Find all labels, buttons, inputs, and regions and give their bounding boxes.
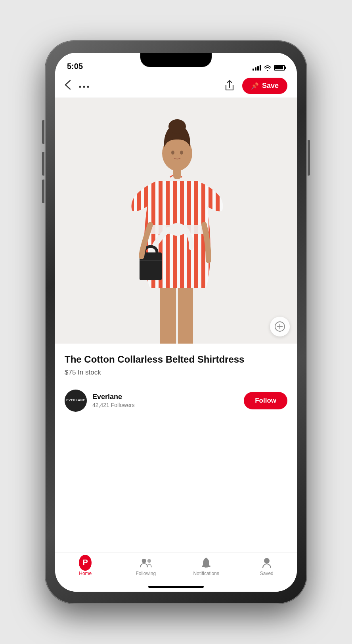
product-price: $75 In stock (65, 369, 287, 376)
notch (140, 53, 212, 67)
status-time: 5:05 (67, 62, 83, 71)
tab-following[interactable]: Following (116, 556, 176, 576)
more-options-button[interactable] (79, 80, 89, 91)
visual-search-button[interactable] (270, 317, 290, 336)
svg-rect-22 (202, 566, 210, 567)
brand-row: EVERLANE Everlane 42,421 Followers Follo… (55, 383, 297, 418)
svg-point-2 (87, 86, 89, 88)
phone-outer: 5:05 (0, 0, 352, 644)
svg-point-1 (83, 86, 85, 88)
phone-frame: 5:05 (45, 41, 307, 604)
notifications-icon (200, 556, 212, 569)
pin-icon: 📌 (251, 82, 259, 90)
home-icon: P (79, 556, 92, 569)
product-image (109, 102, 243, 344)
share-button[interactable] (222, 78, 237, 93)
brand-followers: 42,421 Followers (92, 402, 244, 408)
product-image-container (55, 98, 297, 344)
product-info: The Cotton Collarless Belted Shirtdress … (55, 344, 297, 383)
signal-bars-icon (253, 65, 261, 71)
svg-point-20 (142, 558, 146, 563)
tab-saved-label: Saved (260, 571, 274, 576)
tab-home[interactable]: P Home (55, 556, 116, 576)
svg-point-13 (171, 151, 174, 155)
brand-name: Everlane (92, 393, 244, 401)
nav-left (65, 80, 89, 92)
home-indicator (148, 586, 204, 588)
svg-point-12 (168, 119, 186, 134)
tab-notifications[interactable]: Notifications (176, 556, 237, 576)
svg-rect-5 (178, 280, 193, 344)
brand-info: Everlane 42,421 Followers (92, 393, 244, 408)
save-button[interactable]: 📌 Save (242, 78, 287, 94)
follow-button[interactable]: Follow (244, 392, 287, 409)
svg-point-21 (147, 559, 151, 562)
svg-point-0 (79, 86, 81, 88)
top-nav: 📌 Save (55, 74, 297, 98)
content-area: The Cotton Collarless Belted Shirtdress … (55, 98, 297, 552)
content-spacer (55, 418, 297, 552)
phone-screen: 5:05 (55, 53, 297, 592)
saved-icon (260, 556, 273, 569)
battery-icon (274, 65, 285, 71)
following-icon (140, 556, 152, 569)
svg-point-23 (264, 558, 270, 564)
pinterest-logo-icon: P (79, 555, 92, 571)
svg-point-14 (180, 151, 183, 155)
brand-avatar: EVERLANE (65, 390, 87, 412)
product-title: The Cotton Collarless Belted Shirtdress (65, 353, 287, 365)
wifi-icon (264, 65, 272, 71)
tab-notifications-label: Notifications (193, 571, 219, 576)
nav-right: 📌 Save (222, 78, 287, 94)
tab-following-label: Following (136, 571, 156, 576)
svg-rect-4 (160, 280, 176, 344)
status-icons (253, 65, 285, 71)
tab-saved[interactable]: Saved (237, 556, 297, 576)
back-button[interactable] (65, 80, 71, 92)
tab-home-label: Home (79, 571, 92, 576)
